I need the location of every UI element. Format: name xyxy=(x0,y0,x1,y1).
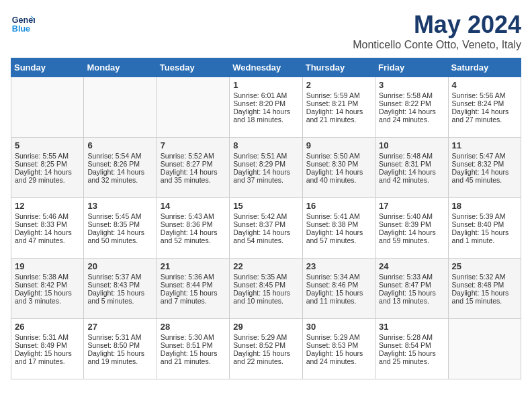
day-info-line: Sunset: 8:48 PM xyxy=(452,281,517,289)
day-number: 12 xyxy=(15,201,80,211)
day-info-line: Sunrise: 5:56 AM xyxy=(452,91,517,99)
day-info-line: Sunrise: 5:47 AM xyxy=(452,152,517,160)
day-number: 5 xyxy=(15,140,80,150)
day-info-line: Daylight: 15 hours and 11 minutes. xyxy=(306,289,371,305)
calendar-cell: 3Sunrise: 5:58 AMSunset: 8:22 PMDaylight… xyxy=(375,77,448,138)
day-number: 9 xyxy=(306,140,371,150)
calendar-cell: 28Sunrise: 5:30 AMSunset: 8:51 PMDayligh… xyxy=(157,319,229,379)
column-header-tuesday: Tuesday xyxy=(157,58,229,77)
day-number: 25 xyxy=(452,261,517,271)
day-info-line: Sunset: 8:40 PM xyxy=(452,220,517,228)
day-info-line: Sunset: 8:51 PM xyxy=(161,341,226,349)
day-info-line: Daylight: 15 hours and 1 minute. xyxy=(452,228,517,244)
day-info-line: Sunset: 8:32 PM xyxy=(452,160,517,168)
day-info-line: Sunrise: 5:54 AM xyxy=(87,152,152,160)
day-info-line: Sunset: 8:24 PM xyxy=(452,99,517,107)
logo: General Blue xyxy=(11,11,35,35)
calendar-cell: 26Sunrise: 5:31 AMSunset: 8:49 PMDayligh… xyxy=(11,319,84,379)
day-info-line: Daylight: 15 hours and 5 minutes. xyxy=(87,289,152,305)
week-row-4: 19Sunrise: 5:38 AMSunset: 8:42 PMDayligh… xyxy=(11,259,521,319)
calendar-cell: 31Sunrise: 5:28 AMSunset: 8:54 PMDayligh… xyxy=(375,319,448,379)
day-number: 3 xyxy=(379,80,444,90)
day-info-line: Sunset: 8:43 PM xyxy=(87,281,152,289)
day-number: 2 xyxy=(306,80,371,90)
day-info-line: Sunrise: 5:39 AM xyxy=(452,212,517,220)
day-info-line: Sunrise: 5:37 AM xyxy=(87,273,152,281)
day-number: 18 xyxy=(452,201,517,211)
day-number: 17 xyxy=(379,201,444,211)
calendar-cell: 4Sunrise: 5:56 AMSunset: 8:24 PMDaylight… xyxy=(448,77,521,138)
calendar-cell: 14Sunrise: 5:43 AMSunset: 8:36 PMDayligh… xyxy=(157,198,229,259)
week-row-5: 26Sunrise: 5:31 AMSunset: 8:49 PMDayligh… xyxy=(11,319,521,379)
calendar-cell: 5Sunrise: 5:55 AMSunset: 8:25 PMDaylight… xyxy=(11,138,84,198)
calendar-cell: 29Sunrise: 5:29 AMSunset: 8:52 PMDayligh… xyxy=(230,319,302,379)
day-info-line: Sunrise: 5:46 AM xyxy=(15,212,80,220)
calendar-cell: 17Sunrise: 5:40 AMSunset: 8:39 PMDayligh… xyxy=(375,198,448,259)
day-info-line: Daylight: 15 hours and 15 minutes. xyxy=(452,289,517,305)
day-number: 30 xyxy=(306,322,371,332)
day-info-line: Sunrise: 5:50 AM xyxy=(306,152,371,160)
calendar-cell: 20Sunrise: 5:37 AMSunset: 8:43 PMDayligh… xyxy=(84,259,157,319)
day-info-line: Daylight: 15 hours and 19 minutes. xyxy=(87,349,152,365)
day-number: 13 xyxy=(87,201,152,211)
day-info-line: Sunrise: 5:58 AM xyxy=(379,91,444,99)
column-header-wednesday: Wednesday xyxy=(230,58,302,77)
day-info-line: Sunset: 8:37 PM xyxy=(233,220,298,228)
day-info-line: Daylight: 14 hours and 27 minutes. xyxy=(452,107,517,124)
calendar-cell: 21Sunrise: 5:36 AMSunset: 8:44 PMDayligh… xyxy=(157,259,229,319)
day-info-line: Daylight: 14 hours and 21 minutes. xyxy=(306,107,371,124)
day-number: 14 xyxy=(161,201,226,211)
day-info-line: Daylight: 15 hours and 25 minutes. xyxy=(379,349,444,365)
month-title: May 2024 xyxy=(353,11,521,39)
calendar-cell: 11Sunrise: 5:47 AMSunset: 8:32 PMDayligh… xyxy=(448,138,521,198)
day-info-line: Sunrise: 5:51 AM xyxy=(233,152,298,160)
calendar-cell: 22Sunrise: 5:35 AMSunset: 8:45 PMDayligh… xyxy=(230,259,302,319)
day-info-line: Daylight: 14 hours and 47 minutes. xyxy=(15,228,80,244)
week-row-1: 1Sunrise: 6:01 AMSunset: 8:20 PMDaylight… xyxy=(11,77,521,138)
day-number: 6 xyxy=(87,140,152,150)
day-info-line: Sunrise: 5:32 AM xyxy=(452,273,517,281)
calendar-cell: 2Sunrise: 5:59 AMSunset: 8:21 PMDaylight… xyxy=(302,77,375,138)
day-info-line: Sunset: 8:26 PM xyxy=(87,160,152,168)
calendar-cell: 23Sunrise: 5:34 AMSunset: 8:46 PMDayligh… xyxy=(302,259,375,319)
calendar-cell: 25Sunrise: 5:32 AMSunset: 8:48 PMDayligh… xyxy=(448,259,521,319)
location-subtitle: Monticello Conte Otto, Veneto, Italy xyxy=(353,39,521,51)
week-row-2: 5Sunrise: 5:55 AMSunset: 8:25 PMDaylight… xyxy=(11,138,521,198)
day-info-line: Sunset: 8:54 PM xyxy=(379,341,444,349)
column-header-saturday: Saturday xyxy=(448,58,521,77)
day-info-line: Sunrise: 5:45 AM xyxy=(87,212,152,220)
page-header: General Blue May 2024 Monticello Conte O… xyxy=(11,11,521,51)
day-info-line: Sunset: 8:21 PM xyxy=(306,99,371,107)
calendar-cell: 19Sunrise: 5:38 AMSunset: 8:42 PMDayligh… xyxy=(11,259,84,319)
day-info-line: Daylight: 14 hours and 37 minutes. xyxy=(233,168,298,184)
day-info-line: Sunset: 8:46 PM xyxy=(306,281,371,289)
calendar-cell: 7Sunrise: 5:52 AMSunset: 8:27 PMDaylight… xyxy=(157,138,229,198)
day-number: 23 xyxy=(306,261,371,271)
svg-text:Blue: Blue xyxy=(12,24,30,34)
day-info-line: Sunset: 8:35 PM xyxy=(87,220,152,228)
day-info-line: Sunset: 8:53 PM xyxy=(306,341,371,349)
day-number: 27 xyxy=(87,322,152,332)
day-info-line: Sunset: 8:30 PM xyxy=(306,160,371,168)
day-info-line: Sunrise: 5:29 AM xyxy=(233,333,298,341)
title-area: May 2024 Monticello Conte Otto, Veneto, … xyxy=(353,11,521,51)
day-info-line: Daylight: 14 hours and 18 minutes. xyxy=(233,107,298,124)
day-info-line: Sunrise: 5:55 AM xyxy=(15,152,80,160)
day-number: 20 xyxy=(87,261,152,271)
day-info-line: Sunrise: 5:40 AM xyxy=(379,212,444,220)
day-info-line: Sunset: 8:29 PM xyxy=(233,160,298,168)
day-info-line: Sunrise: 5:34 AM xyxy=(306,273,371,281)
day-info-line: Sunset: 8:39 PM xyxy=(379,220,444,228)
column-header-thursday: Thursday xyxy=(302,58,375,77)
calendar-cell: 24Sunrise: 5:33 AMSunset: 8:47 PMDayligh… xyxy=(375,259,448,319)
calendar-cell xyxy=(157,77,229,138)
day-info-line: Sunrise: 5:52 AM xyxy=(161,152,226,160)
day-info-line: Daylight: 14 hours and 35 minutes. xyxy=(161,168,226,184)
day-number: 22 xyxy=(233,261,298,271)
day-info-line: Sunrise: 5:38 AM xyxy=(15,273,80,281)
day-info-line: Sunrise: 5:43 AM xyxy=(161,212,226,220)
day-info-line: Sunset: 8:47 PM xyxy=(379,281,444,289)
day-info-line: Daylight: 14 hours and 32 minutes. xyxy=(87,168,152,184)
day-info-line: Sunset: 8:44 PM xyxy=(161,281,226,289)
day-info-line: Sunset: 8:31 PM xyxy=(379,160,444,168)
